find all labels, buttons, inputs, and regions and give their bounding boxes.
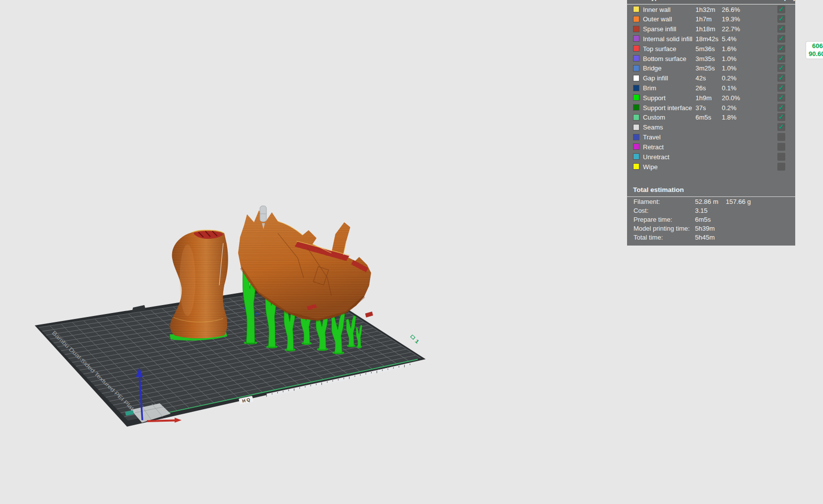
estimation-label: Total time:: [633, 234, 663, 241]
visibility-checkbox[interactable]: ✓: [777, 113, 785, 121]
column-header-display: Display: [774, 0, 795, 1]
plate-number-marker: 1: [409, 334, 420, 345]
line-type-label: Support interface: [643, 104, 692, 112]
line-type-label: Unretract: [643, 153, 669, 161]
line-type-time: 1h18m: [696, 25, 715, 33]
visibility-checkbox[interactable]: ✓: [777, 55, 785, 63]
line-type-time: 1h7m: [696, 15, 712, 23]
estimation-label: Model printing time:: [633, 225, 690, 232]
color-swatch: [633, 164, 639, 169]
estimation-label: Cost:: [633, 207, 648, 214]
estimation-row: Prepare time:6m5s: [627, 215, 795, 224]
line-type-row: Unretract✓: [627, 152, 795, 162]
visibility-checkbox[interactable]: ✓: [777, 84, 785, 92]
estimation-value: 5h39m: [695, 225, 715, 232]
total-estimation-table: Filament:52.86 m157.66 gCost:3.15Prepare…: [627, 197, 795, 242]
dimension-value-2: 90.60: [806, 50, 823, 58]
line-type-label: Retract: [643, 143, 664, 151]
visibility-checkbox[interactable]: ✓: [777, 25, 785, 33]
dimension-value-1: 606: [806, 42, 823, 50]
line-type-time: 6m5s: [696, 114, 711, 121]
line-type-percent: 19.3%: [722, 15, 740, 23]
estimation-value-2: 157.66 g: [726, 198, 751, 205]
estimation-value: 3.15: [695, 207, 707, 214]
color-swatch: [633, 115, 639, 120]
estimation-value: 5h45m: [695, 234, 715, 241]
estimation-value: 52.86 m: [695, 198, 718, 205]
line-type-row: Inner wall1h32m26.6%✓: [627, 4, 795, 14]
estimation-label: Filament:: [633, 198, 660, 205]
line-type-percent: 20.0%: [722, 94, 740, 102]
color-swatch: [633, 46, 639, 51]
visibility-checkbox[interactable]: ✓: [777, 153, 785, 161]
color-swatch: [633, 75, 639, 81]
line-type-label: Sparse infill: [643, 25, 676, 33]
line-type-label: Custom: [643, 114, 665, 121]
line-type-row: Bridge3m25s1.0%✓: [627, 63, 795, 73]
line-type-label: Seams: [643, 124, 663, 131]
visibility-checkbox[interactable]: ✓: [777, 64, 785, 72]
dimension-tooltip: 606 90.60: [806, 42, 823, 59]
svg-text:1: 1: [414, 338, 420, 345]
visibility-checkbox[interactable]: ✓: [777, 143, 785, 151]
color-swatch: [633, 65, 639, 71]
line-type-percent: 0.2%: [722, 104, 737, 112]
color-swatch: [633, 144, 639, 149]
line-type-percent: 5.4%: [722, 35, 737, 43]
color-swatch: [633, 125, 639, 130]
line-type-label: Bottom surface: [643, 55, 686, 63]
color-swatch: [633, 134, 639, 140]
line-type-label: Top surface: [643, 45, 676, 53]
line-type-label: Brim: [643, 84, 656, 92]
visibility-checkbox[interactable]: ✓: [777, 35, 785, 43]
visibility-checkbox[interactable]: ✓: [777, 104, 785, 112]
line-type-row: Support interface37s0.2%✓: [627, 103, 795, 113]
axis-x-arrow: [147, 421, 175, 422]
color-swatch: [633, 95, 639, 100]
model-grip: [170, 230, 228, 338]
line-type-table: Inner wall1h32m26.6%✓Outer wall1h7m19.3%…: [627, 4, 795, 172]
visibility-checkbox[interactable]: ✓: [777, 45, 785, 53]
color-swatch: [633, 154, 639, 159]
estimation-label: Prepare time:: [633, 216, 672, 223]
visibility-checkbox[interactable]: ✓: [777, 123, 785, 131]
line-type-label: Outer wall: [643, 15, 672, 23]
line-type-row: Top surface5m36s1.6%✓: [627, 44, 795, 54]
line-type-time: 42s: [696, 74, 706, 82]
line-type-row: Support1h9m20.0%✓: [627, 93, 795, 103]
visibility-checkbox[interactable]: ✓: [777, 74, 785, 82]
estimation-row: Total time:5h45m: [627, 233, 795, 242]
line-type-label: Internal solid infill: [643, 35, 693, 43]
column-header-line-type: Line Type: [633, 0, 662, 1]
visibility-checkbox[interactable]: ✓: [777, 94, 785, 102]
line-type-row: Wipe✓: [627, 162, 795, 172]
line-type-percent: 1.0%: [722, 64, 737, 72]
color-swatch: [633, 85, 639, 91]
visibility-checkbox[interactable]: ✓: [777, 163, 785, 171]
line-type-time: 5m36s: [696, 45, 715, 53]
line-type-row: Brim26s0.1%✓: [627, 83, 795, 93]
line-type-row: Gap infill42s0.2%✓: [627, 73, 795, 83]
visibility-checkbox[interactable]: ✓: [777, 133, 785, 141]
visibility-checkbox[interactable]: ✓: [777, 5, 785, 13]
line-type-percent: 1.8%: [722, 114, 737, 121]
line-type-time: 1h9m: [696, 94, 712, 102]
axis-x-arrowhead: [175, 418, 182, 423]
estimation-row: Filament:52.86 m157.66 g: [627, 197, 795, 206]
legend-panel: Line Type Display Inner wall1h32m26.6%✓O…: [627, 0, 795, 246]
line-type-percent: 1.0%: [722, 55, 737, 63]
line-type-time: 18m42s: [696, 35, 718, 43]
color-swatch: [633, 56, 639, 61]
visibility-checkbox[interactable]: ✓: [777, 15, 785, 23]
line-type-percent: 0.2%: [722, 74, 737, 82]
line-type-row: Outer wall1h7m19.3%✓: [627, 14, 795, 24]
color-swatch: [633, 6, 639, 12]
line-type-label: Gap infill: [643, 74, 668, 82]
line-type-time: 37s: [696, 104, 706, 112]
estimation-value: 6m5s: [695, 216, 711, 223]
line-type-percent: 0.1%: [722, 84, 737, 92]
line-type-label: Support: [643, 94, 666, 102]
line-type-row: Travel✓: [627, 132, 795, 142]
line-type-percent: 26.6%: [722, 6, 740, 13]
line-type-time: 3m25s: [696, 64, 715, 72]
